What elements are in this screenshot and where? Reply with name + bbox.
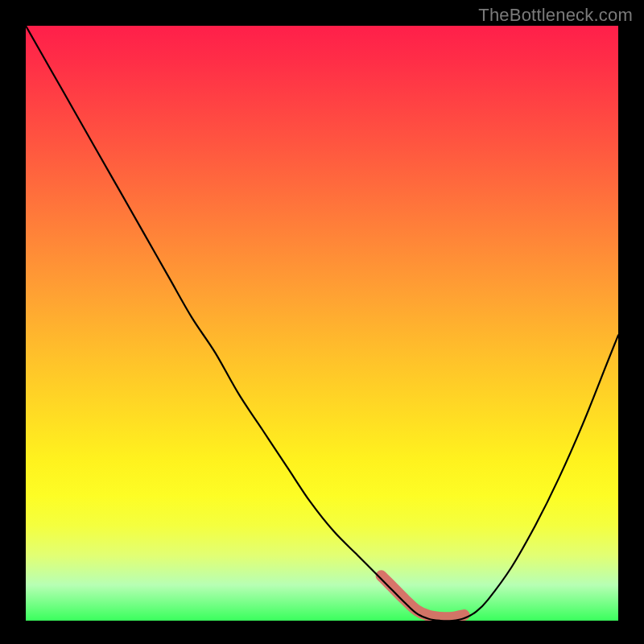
chart-frame: TheBottleneck.com [0,0,644,644]
bottleneck-curve [26,26,618,621]
trough-band [382,576,464,617]
curve-svg [26,26,618,621]
plot-area [26,26,618,621]
watermark-text: TheBottleneck.com [478,5,633,26]
